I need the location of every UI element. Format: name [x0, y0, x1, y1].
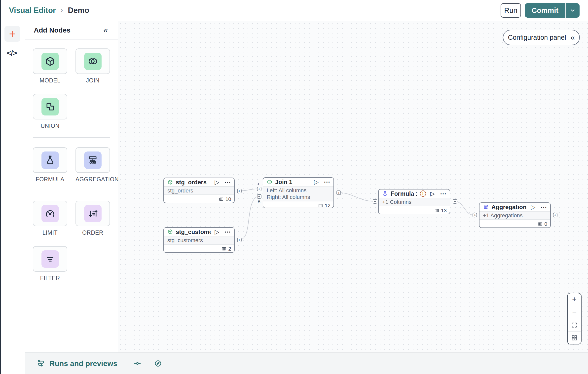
port-formula-input[interactable]: +: [373, 199, 377, 204]
tile-join[interactable]: JOIN: [75, 48, 110, 84]
port-formula-output[interactable]: +: [453, 199, 457, 204]
tile-join-label: JOIN: [75, 77, 110, 84]
play-node-icon[interactable]: ▷: [531, 204, 535, 211]
column-count: 13: [441, 208, 447, 214]
join-right-port-label: R: [258, 199, 260, 203]
header-actions: Run Commit: [501, 3, 580, 18]
port-join-right-input[interactable]: +: [257, 194, 261, 199]
aggregation-tree-icon: [84, 151, 102, 169]
columns-icon: [538, 222, 543, 226]
tile-model[interactable]: MODEL: [33, 48, 67, 84]
port-aggregation-input[interactable]: +: [473, 213, 477, 217]
breadcrumb: Visual Editor › Demo: [9, 0, 89, 21]
node-body: +1 Aggregations: [479, 211, 550, 220]
node-aggregation-1[interactable]: Aggregation 1 ▷ ⋯ +1 Aggregations 0: [479, 202, 551, 228]
node-title: stg_customers: [176, 228, 211, 235]
node-title: Aggregation 1: [491, 204, 527, 211]
tile-formula-label: FORMULA: [33, 176, 67, 183]
left-icon-rail: + </>: [0, 21, 24, 374]
warning-icon[interactable]: !: [420, 190, 426, 197]
node-body-text: +1 Columns: [382, 199, 446, 205]
breadcrumb-visual-editor-link[interactable]: Visual Editor: [9, 6, 56, 15]
pipeline-canvas[interactable]: Configuration panel « stg_orders ▷ ⋯ stg…: [118, 21, 588, 352]
port-stg-orders-output[interactable]: +: [237, 189, 242, 193]
commit-dropdown-button[interactable]: [565, 3, 580, 18]
edge-customers-to-join: [239, 196, 257, 240]
zoom-out-button[interactable]: −: [568, 306, 581, 319]
tile-filter-label: FILTER: [33, 275, 67, 282]
tile-order[interactable]: ORDER: [75, 201, 110, 236]
port-stg-customers-output[interactable]: +: [237, 238, 242, 242]
node-menu-icon[interactable]: ⋯: [224, 228, 231, 235]
tile-union[interactable]: UNION: [33, 94, 67, 129]
bottom-bar: Runs and previews: [25, 352, 588, 374]
fit-view-button[interactable]: [568, 319, 581, 332]
tile-union-label: UNION: [33, 123, 67, 129]
port-aggregation-output[interactable]: +: [553, 213, 557, 217]
add-nodes-toggle-button[interactable]: +: [4, 26, 20, 42]
run-button[interactable]: Run: [501, 3, 521, 18]
flask-icon: [382, 191, 388, 196]
node-body: stg_customers: [164, 236, 234, 245]
flask-icon: [41, 151, 59, 169]
commit-button[interactable]: Commit: [525, 3, 565, 18]
runs-route-icon: [37, 359, 45, 368]
configuration-panel-label: Configuration panel: [508, 34, 566, 41]
node-footer: 2: [164, 245, 234, 253]
tile-formula[interactable]: FORMULA: [33, 147, 67, 183]
node-title: stg_orders: [176, 179, 211, 186]
tile-limit[interactable]: LIMIT: [33, 201, 67, 236]
node-menu-icon[interactable]: ⋯: [224, 179, 231, 186]
tile-aggregation[interactable]: AGGREGATION: [75, 147, 110, 183]
node-formula-1[interactable]: Formula 1 ! ▷ ⋯ +1 Columns 13: [378, 189, 450, 214]
node-body-text: stg_customers: [167, 237, 231, 244]
add-nodes-panel-header: Add Nodes «: [25, 21, 118, 39]
node-menu-icon[interactable]: ⋯: [541, 203, 547, 211]
zoom-in-button[interactable]: +: [568, 293, 581, 306]
sort-arrows-icon: [84, 205, 102, 222]
join-circles-icon: [84, 53, 102, 70]
play-node-icon[interactable]: ▷: [215, 179, 219, 186]
column-count: 0: [544, 221, 547, 227]
tile-group-divider: [33, 137, 110, 138]
edge-formula-to-aggregation: [455, 201, 473, 215]
commit-split-button: Commit: [525, 3, 580, 18]
configuration-panel-button[interactable]: Configuration panel «: [503, 30, 580, 45]
columns-icon: [219, 197, 224, 202]
runs-and-previews-button[interactable]: Runs and previews: [37, 359, 117, 368]
node-body-text: Left: All columns: [267, 187, 330, 194]
tile-order-label: ORDER: [75, 229, 110, 236]
port-join-left-input[interactable]: +: [257, 187, 261, 191]
filter-lines-icon: [41, 250, 59, 268]
node-header: stg_orders ▷ ⋯: [164, 178, 234, 186]
node-menu-icon[interactable]: ⋯: [324, 178, 330, 186]
canvas-zoom-toolbar: + −: [567, 293, 582, 344]
fit-view-icon: [571, 322, 578, 328]
node-footer: 0: [479, 220, 550, 228]
compass-icon[interactable]: [154, 360, 162, 367]
add-nodes-title: Add Nodes: [34, 26, 71, 34]
play-node-icon[interactable]: ▷: [215, 228, 219, 235]
node-footer: 10: [164, 195, 234, 203]
port-join-output[interactable]: +: [336, 190, 341, 195]
node-title: Formula 1: [391, 190, 417, 197]
code-view-button[interactable]: </>: [0, 49, 24, 57]
node-stg-customers[interactable]: stg_customers ▷ ⋯ stg_customers 2: [163, 227, 235, 253]
git-commit-icon[interactable]: [134, 360, 141, 367]
cube-icon: [41, 53, 59, 70]
minimap-toggle-button[interactable]: [568, 332, 581, 344]
collapse-panel-icon[interactable]: «: [103, 26, 108, 35]
node-menu-icon[interactable]: ⋯: [440, 190, 446, 197]
node-body: +1 Columns: [379, 198, 450, 206]
play-node-icon[interactable]: ▷: [314, 179, 319, 186]
aggregation-tree-icon: [483, 204, 489, 210]
model-cube-icon: [167, 179, 173, 185]
node-join-1[interactable]: Join 1 ▷ ⋯ Left: All columns Right: All …: [263, 177, 334, 208]
node-header: stg_customers ▷ ⋯: [164, 228, 234, 236]
column-count: 2: [228, 246, 231, 252]
node-title: Join 1: [275, 179, 310, 186]
chevron-down-icon: [570, 7, 576, 13]
tile-filter[interactable]: FILTER: [33, 246, 67, 282]
play-node-icon[interactable]: ▷: [430, 190, 435, 197]
node-stg-orders[interactable]: stg_orders ▷ ⋯ stg_orders 10: [163, 178, 235, 203]
